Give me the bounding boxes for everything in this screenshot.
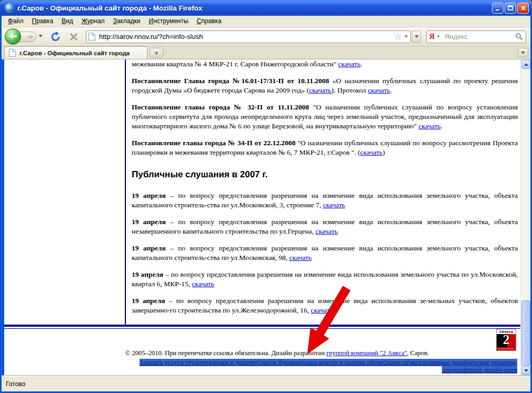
column-divider-line (125, 59, 126, 325)
paragraph-bold-lead: 19 апреля (132, 297, 165, 305)
menu-item-6[interactable]: Справка (192, 16, 225, 26)
paragraph: 19 апреля – по вопросу предоставления ра… (132, 191, 518, 210)
paragraph-text: ) (382, 148, 385, 156)
paragraph-text: ). Протокол (331, 86, 368, 94)
ayaxa-company-link[interactable]: группой компаний "2 Аякса" (326, 349, 407, 357)
menu-item-0[interactable]: Файл (4, 16, 28, 26)
close-button[interactable] (517, 3, 529, 14)
menu-item-2[interactable]: Вид (57, 16, 77, 26)
firefox-icon (5, 3, 14, 13)
url-history-button[interactable] (412, 31, 421, 43)
paragraph-bold-lead: 19 апреля (132, 192, 166, 199)
url-bar[interactable]: http://sarov.nnov.ru/?ch=info-slush ☆ (86, 31, 411, 43)
search-engine-dropdown-icon[interactable] (437, 36, 440, 38)
navigation-toolbar: http://sarov.nnov.ru/?ch=info-slush ☆ Я … (2, 27, 530, 46)
ayaxa-logo-numeral: 2 (497, 334, 516, 347)
maximize-button[interactable] (505, 3, 516, 14)
search-box[interactable]: Я Яндекс (426, 31, 526, 43)
seo-links-line: Заказать услуги грузоперевозки и дешево|… (135, 359, 517, 374)
minimize-button[interactable] (492, 3, 504, 14)
download-link[interactable]: скачать (192, 280, 214, 288)
download-link[interactable]: скачать (311, 306, 333, 314)
forward-arrow-icon (27, 34, 34, 39)
reload-icon (51, 32, 61, 42)
paragraph: Постановление главы города № 34-П от 22.… (132, 138, 518, 157)
window-title: г.Саров - Официальный сайт города - Mozi… (17, 4, 202, 12)
scrollbar-thumb[interactable] (521, 300, 530, 366)
paragraph: 19 апреля – по вопросу предоставления ра… (132, 270, 518, 289)
download-link[interactable]: скачать (289, 254, 311, 261)
new-tab-button[interactable]: + (150, 48, 163, 58)
back-arrow-icon (9, 33, 17, 39)
paragraph-text: . (390, 86, 392, 94)
paragraph-bold-lead: Постановление главы города № 32-П от 11.… (132, 103, 309, 111)
menu-item-4[interactable]: Закладки (109, 16, 145, 26)
stop-icon (70, 33, 78, 41)
download-link[interactable]: скачать (338, 60, 360, 68)
tab-sarov[interactable]: г.Саров - Официальный сайт города (4, 46, 147, 59)
paragraph-text: – по вопросу предоставления разрешения н… (132, 244, 518, 261)
page-content: межевания квартала № 4 МКР-21 г. Саров Н… (4, 59, 520, 376)
scroll-down-button[interactable] (521, 366, 530, 375)
paragraph: 19 апреля – по вопросу предоставления ра… (132, 217, 518, 236)
status-text: Готово (6, 380, 25, 388)
paragraph: межевания квартала № 4 МКР-21 г. Саров Н… (132, 59, 518, 69)
url-dropdown-icon[interactable] (405, 36, 408, 38)
bookmark-star-icon[interactable]: ☆ (395, 33, 402, 41)
paragraph: Постановление Главы города №16.01-17/31-… (132, 76, 518, 95)
download-link[interactable]: скачать (360, 148, 382, 156)
search-input[interactable]: Яндекс (445, 33, 515, 41)
download-link[interactable]: скачать (323, 201, 345, 209)
ayaxa-logo-text: 2Аякса (497, 329, 516, 334)
back-history-dropdown-icon[interactable] (38, 35, 43, 37)
menu-item-1[interactable]: Правка (28, 16, 58, 26)
url-input[interactable]: http://sarov.nnov.ru/?ch=info-slush (99, 33, 395, 41)
document-column: межевания квартала № 4 МКР-21 г. Саров Н… (132, 59, 518, 323)
paragraph-text: . (441, 122, 442, 130)
hearings-2007-list: 19 апреля – по вопросу предоставления ра… (132, 191, 518, 315)
menu-item-3[interactable]: Журнал (77, 16, 109, 26)
download-link[interactable]: скачать (316, 227, 338, 235)
paragraph: 19 апреля – по вопросу предоставления ра… (132, 296, 518, 315)
paragraph-bold-lead: Постановление Главы города №16.01-17/31-… (132, 77, 329, 85)
title-bar: г.Саров - Официальный сайт города - Mozi… (0, 0, 532, 16)
copyright-suffix: , Саров. (407, 349, 429, 357)
paragraph: Постановление главы города № 32-П от 11.… (132, 103, 518, 131)
paragraph-bold-lead: 19 апреля (132, 218, 166, 226)
stop-button[interactable] (67, 30, 81, 44)
paragraph-bold-lead: 19 апреля (132, 244, 166, 252)
documents-list: межевания квартала № 4 МКР-21 г. Саров Н… (132, 59, 518, 157)
download-link[interactable]: скачать (418, 122, 440, 130)
paragraph-text: – по вопросу предоставления разрешения н… (132, 270, 518, 288)
paragraph-bold-lead: 19 апреля (132, 270, 163, 278)
tab-title: г.Саров - Официальный сайт города (19, 50, 130, 56)
download-link[interactable]: скачать (309, 86, 331, 94)
copyright-line: © 2005–2010. При перепечатке ссылка обяз… (4, 349, 520, 357)
copyright-prefix: © 2005–2010. При перепечатке ссылка обяз… (125, 349, 327, 357)
seo-links-selected-text[interactable]: Заказать услуги грузоперевозки и дешево|… (140, 359, 517, 374)
vertical-scrollbar[interactable] (520, 59, 530, 376)
scroll-up-button[interactable] (521, 60, 530, 69)
back-button[interactable] (5, 28, 21, 45)
hearings-2007-heading: Публичные слушания в 2007 г. (132, 170, 518, 179)
browser-window: г.Саров - Официальный сайт города - Mozi… (0, 0, 532, 393)
menu-bar: ФайлПравкаВидЖурналЗакладкиИнструментыСп… (2, 16, 530, 27)
ayaxa-logo[interactable]: 2Аякса 2 (496, 329, 516, 351)
tab-favicon (9, 49, 16, 57)
page-favicon (88, 33, 95, 41)
paragraph-text: межевания квартала № 4 МКР-21 г. Саров Н… (132, 60, 338, 68)
download-link[interactable]: скачать (368, 86, 390, 94)
paragraph-bold-lead: Постановление главы города № 34-П от 22.… (132, 139, 295, 147)
search-magnifier-icon[interactable] (515, 33, 523, 41)
footer-divider-thin (4, 328, 520, 329)
reload-button[interactable] (49, 30, 63, 44)
tab-bar: г.Саров - Официальный сайт города + (2, 46, 530, 59)
status-bar: Готово (2, 376, 530, 391)
yandex-icon: Я (429, 33, 435, 41)
footer-divider-thick (4, 325, 520, 327)
paragraph: 19 апреля – по вопросу предоставления ра… (132, 244, 518, 263)
list-all-tabs-button[interactable] (518, 48, 528, 57)
menu-item-5[interactable]: Инструменты (145, 16, 193, 26)
paragraph-text: . (360, 60, 362, 68)
